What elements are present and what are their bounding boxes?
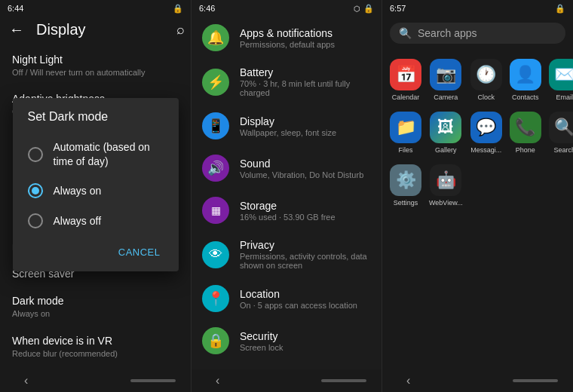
apps-grid: 📅 Calendar 📷 Camera 🕐 Clock 👤 Contacts ✉… bbox=[382, 50, 573, 216]
nav-bottom-3: ‹ bbox=[382, 369, 573, 392]
status-time-2: 6:46 bbox=[199, 4, 215, 13]
dark-mode-dialog: Set Dark mode Automatic (based on time o… bbox=[13, 98, 179, 271]
dialog-title: Set Dark mode bbox=[13, 110, 179, 133]
battery-text: Battery 70% · 3 hr, 8 min left until ful… bbox=[240, 66, 371, 97]
nav-row-2: ‹ bbox=[192, 374, 381, 387]
storage-icon: ▦ bbox=[202, 197, 229, 224]
location-icon: 📍 bbox=[202, 285, 229, 312]
menu-item-accounts[interactable]: 👤 Accounts No accounts added bbox=[192, 362, 381, 369]
nav-home-pill-2[interactable] bbox=[321, 379, 366, 382]
radio-always-on[interactable] bbox=[28, 183, 43, 198]
contacts-icon: 👤 bbox=[510, 59, 541, 90]
dialog-option-automatic[interactable]: Automatic (based on time of day) bbox=[13, 133, 179, 175]
gallery-icon: 🖼 bbox=[430, 112, 461, 143]
menu-item-sound[interactable]: 🔊 Sound Volume, Vibration, Do Not Distur… bbox=[192, 147, 381, 189]
radio-always-off[interactable] bbox=[28, 213, 43, 228]
apps-notifications-text: Apps & notifications Permissions, defaul… bbox=[240, 27, 371, 49]
app-search-bar[interactable]: 🔍 Search apps bbox=[390, 23, 565, 44]
app-contacts[interactable]: 👤 Contacts bbox=[508, 56, 543, 104]
app-messaging[interactable]: 💬 Messagi... bbox=[469, 109, 504, 157]
dialog-cancel-button[interactable]: CANCEL bbox=[112, 242, 167, 262]
email-icon: ✉️ bbox=[549, 59, 573, 90]
app-email[interactable]: ✉️ Email bbox=[547, 56, 573, 104]
sound-icon: 🔊 bbox=[202, 155, 229, 182]
search-app-icon: 🔍 bbox=[549, 112, 573, 143]
storage-text: Storage 16% used · 53.90 GB free bbox=[240, 200, 371, 222]
phone-icon: 📞 bbox=[510, 112, 541, 143]
app-gallery[interactable]: 🖼 Gallery bbox=[427, 109, 464, 157]
clock-icon: 🕐 bbox=[470, 59, 502, 90]
security-icon: 🔒 bbox=[202, 327, 229, 354]
bluetooth-icon: ⬡ bbox=[354, 5, 360, 13]
nav-home-pill[interactable] bbox=[130, 379, 176, 382]
status-bar-3: 6:57 🔒 bbox=[382, 0, 573, 17]
radio-inner-dot bbox=[32, 187, 39, 194]
status-bar-2: 6:46 ⬡ 🔒 bbox=[192, 0, 381, 17]
privacy-text: Privacy Permissions, activity controls, … bbox=[240, 239, 371, 270]
menu-item-apps-notifications[interactable]: 🔔 Apps & notifications Permissions, defa… bbox=[192, 17, 381, 59]
sound-text: Sound Volume, Vibration, Do Not Disturb bbox=[240, 158, 371, 179]
nav-bottom-2: ‹ bbox=[192, 369, 381, 392]
app-webview[interactable]: 🤖 WebView... bbox=[427, 161, 464, 210]
dialog-option-always-on[interactable]: Always on bbox=[13, 176, 179, 206]
app-drawer-spacer bbox=[382, 216, 573, 369]
calendar-icon: 📅 bbox=[390, 59, 421, 90]
settings-app-icon: ⚙️ bbox=[390, 164, 421, 196]
menu-item-battery[interactable]: ⚡ Battery 70% · 3 hr, 8 min left until f… bbox=[192, 59, 381, 105]
app-phone[interactable]: 📞 Phone bbox=[508, 109, 543, 157]
search-icon: 🔍 bbox=[399, 27, 412, 39]
menu-item-location[interactable]: 📍 Location On · 5 apps can access locati… bbox=[192, 277, 381, 320]
status-icons-2: ⬡ 🔒 bbox=[354, 4, 374, 14]
app-files[interactable]: 📁 Files bbox=[388, 109, 423, 157]
radio-automatic[interactable] bbox=[28, 147, 43, 162]
menu-item-storage[interactable]: ▦ Storage 16% used · 53.90 GB free bbox=[192, 189, 381, 231]
dialog-option-always-off[interactable]: Always off bbox=[13, 206, 179, 236]
app-clock[interactable]: 🕐 Clock bbox=[469, 56, 504, 104]
status-icons-3: 🔒 bbox=[555, 4, 565, 14]
app-camera[interactable]: 📷 Camera bbox=[427, 56, 464, 104]
messaging-icon: 💬 bbox=[470, 112, 502, 143]
privacy-icon: 👁 bbox=[202, 241, 229, 268]
nav-home-pill-3[interactable] bbox=[513, 379, 558, 382]
nav-back-btn-3[interactable]: ‹ bbox=[397, 374, 419, 387]
nav-back-chevron[interactable]: ‹ bbox=[15, 374, 37, 387]
battery-icon: ⚡ bbox=[202, 69, 229, 96]
nav-row-3: ‹ bbox=[382, 374, 573, 387]
files-icon: 📁 bbox=[390, 112, 421, 143]
security-text: Security Screen lock bbox=[240, 330, 371, 352]
menu-item-display[interactable]: 📱 Display Wallpaper, sleep, font size bbox=[192, 105, 381, 147]
app-calendar[interactable]: 📅 Calendar bbox=[388, 56, 423, 104]
panel-settings-menu: 6:46 ⬡ 🔒 🔔 Apps & notifications Permissi… bbox=[191, 0, 381, 392]
camera-icon: 📷 bbox=[430, 59, 461, 90]
nav-bottom-1: ‹ bbox=[0, 369, 191, 392]
display-text: Display Wallpaper, sleep, font size bbox=[240, 115, 371, 137]
display-icon: 📱 bbox=[202, 112, 229, 139]
status-time-3: 6:57 bbox=[390, 4, 406, 13]
panel-display: 6:44 🔒 ← Display ⌕ Night Light Off / Wil… bbox=[0, 0, 191, 392]
apps-notifications-icon: 🔔 bbox=[202, 24, 229, 51]
menu-item-security[interactable]: 🔒 Security Screen lock bbox=[192, 320, 381, 362]
nav-back-btn-2[interactable]: ‹ bbox=[207, 374, 228, 387]
app-search[interactable]: 🔍 Search bbox=[547, 109, 573, 157]
app-settings[interactable]: ⚙️ Settings bbox=[388, 161, 423, 210]
search-placeholder: Search apps bbox=[418, 27, 477, 39]
dialog-actions: CANCEL bbox=[13, 236, 179, 265]
menu-item-privacy[interactable]: 👁 Privacy Permissions, activity controls… bbox=[192, 231, 381, 277]
nav-row-1: ‹ bbox=[0, 374, 191, 387]
panel-app-drawer: 6:57 🔒 🔍 Search apps 📅 Calendar 📷 Camera… bbox=[381, 0, 573, 392]
location-text: Location On · 5 apps can access location bbox=[240, 288, 371, 310]
dark-mode-dialog-overlay: Set Dark mode Automatic (based on time o… bbox=[0, 0, 191, 369]
settings-menu-list: 🔔 Apps & notifications Permissions, defa… bbox=[192, 17, 381, 369]
webview-icon: 🤖 bbox=[430, 164, 461, 196]
